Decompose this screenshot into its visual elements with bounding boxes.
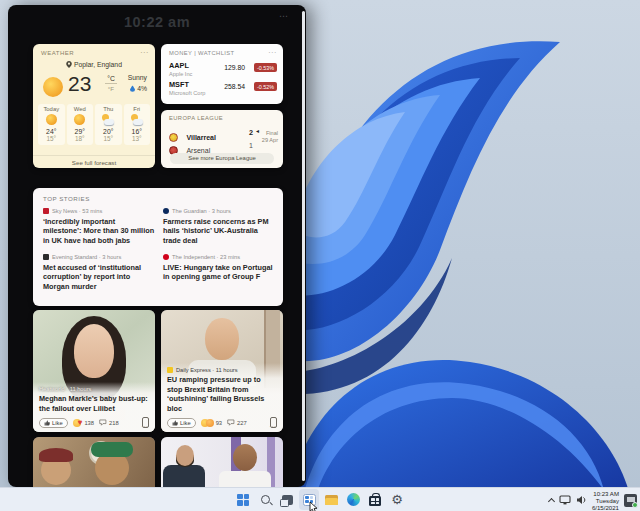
location-pin-icon bbox=[66, 61, 72, 68]
celsius-label[interactable]: °C bbox=[105, 75, 117, 83]
score-column: 2 1 bbox=[239, 128, 253, 149]
sky-news-icon bbox=[43, 208, 49, 214]
guardian-icon bbox=[163, 208, 169, 214]
news-card[interactable]: Daily Express · 11 hours EU ramping pres… bbox=[161, 310, 283, 432]
news-photo bbox=[33, 437, 155, 487]
partly-cloudy-icon bbox=[131, 114, 143, 126]
partly-cloudy-icon bbox=[102, 114, 114, 126]
evening-standard-icon bbox=[43, 254, 49, 260]
edge-browser-icon bbox=[347, 493, 360, 506]
gear-icon: ⚙ bbox=[391, 493, 403, 506]
comment-icon bbox=[99, 419, 107, 426]
system-tray: 10:23 AM Tuesday 6/15/2021 bbox=[549, 488, 637, 511]
engagement-bar: Like 93 227 bbox=[167, 416, 277, 429]
europa-league-widget[interactable]: EUROPA LEAGUE Villarreal Arsenal 2 1 ◄ F… bbox=[161, 110, 283, 168]
forecast-day[interactable]: Today 24° 15° bbox=[38, 104, 65, 145]
comments-count[interactable]: 227 bbox=[227, 419, 247, 426]
task-view-button[interactable] bbox=[277, 489, 297, 510]
news-headline[interactable]: EU ramping pressure up to stop Brexit Br… bbox=[167, 375, 277, 413]
sunny-icon bbox=[45, 114, 57, 126]
story-item[interactable]: Sky News · 53 mins ‘Incredibly important… bbox=[43, 208, 155, 245]
news-source: Heatworld · 11 hours bbox=[39, 386, 149, 392]
news-card[interactable]: Heatworld · 11 hours Meghan Markle’s bab… bbox=[33, 310, 155, 432]
see-full-forecast-link[interactable]: See full forecast bbox=[33, 155, 155, 168]
weather-location: Poplar, England bbox=[33, 61, 155, 68]
mouse-cursor bbox=[309, 501, 318, 511]
team-row: Arsenal bbox=[169, 139, 210, 151]
story-item[interactable]: The Guardian · 3 hours Farmers raise con… bbox=[163, 208, 275, 245]
file-explorer-button[interactable] bbox=[321, 489, 341, 510]
precipitation: 4% bbox=[130, 85, 147, 92]
panel-more-icon[interactable]: ⋯ bbox=[279, 11, 288, 21]
europa-title: EUROPA LEAGUE bbox=[169, 115, 223, 121]
daily-express-icon bbox=[167, 367, 173, 373]
fahrenheit-label[interactable]: °F bbox=[105, 83, 117, 92]
news-photo bbox=[161, 437, 283, 487]
card-more-icon[interactable]: ⋯ bbox=[141, 423, 148, 431]
stock-row[interactable]: MSFT Microsoft Corp 258.54 -0.52% bbox=[169, 80, 277, 96]
tray-day: Tuesday bbox=[592, 497, 619, 504]
stock-row[interactable]: AAPL Apple Inc 129.80 -0.53% bbox=[169, 61, 277, 77]
search-button[interactable] bbox=[255, 489, 275, 510]
reactions-count[interactable]: 93 bbox=[201, 419, 222, 427]
reactions-count[interactable]: ♥ 138 bbox=[73, 419, 94, 427]
engagement-bar: Like ♥ 138 218 bbox=[39, 416, 149, 429]
sunny-icon bbox=[74, 114, 86, 126]
story-item[interactable]: Evening Standard · 3 hours Met accused o… bbox=[43, 254, 155, 291]
like-button[interactable]: Like bbox=[167, 418, 196, 428]
forecast-grid: Today 24° 15° Wed 29° 18° Thu 20° 15° Fr… bbox=[38, 104, 150, 145]
news-card-partial[interactable] bbox=[33, 437, 155, 487]
tray-time: 10:23 AM bbox=[592, 490, 619, 497]
weather-condition: Sunny bbox=[128, 74, 147, 81]
comment-icon bbox=[227, 419, 235, 426]
panel-scrollbar[interactable] bbox=[302, 11, 305, 481]
money-title: MONEY | WATCHLIST bbox=[169, 50, 235, 56]
story-item[interactable]: The Independent · 23 mins LIVE: Hungary … bbox=[163, 254, 275, 282]
tray-chevron-up-icon[interactable] bbox=[548, 497, 555, 504]
forecast-day[interactable]: Fri 16° 13° bbox=[124, 104, 151, 145]
unit-toggle[interactable]: °C °F bbox=[105, 75, 117, 92]
edge-button[interactable] bbox=[343, 489, 363, 510]
tray-notification-icon[interactable] bbox=[624, 494, 637, 507]
card-more-icon[interactable]: ⋯ bbox=[269, 423, 276, 431]
volume-icon[interactable] bbox=[576, 495, 587, 505]
taskbar-center-icons: ⚙ bbox=[233, 489, 407, 510]
match-status: Final 29 Apr bbox=[262, 130, 278, 144]
panel-clock: 10:22 am bbox=[8, 14, 306, 30]
tray-clock[interactable]: 10:23 AM Tuesday 6/15/2021 bbox=[592, 490, 619, 511]
heart-emoji-icon: ♥ bbox=[78, 419, 83, 427]
news-card-overlay: Heatworld · 11 hours Meghan Markle’s bab… bbox=[33, 382, 155, 432]
news-card-partial[interactable] bbox=[161, 437, 283, 487]
current-temperature: 23 bbox=[68, 72, 91, 96]
sun-icon bbox=[43, 77, 63, 97]
store-button[interactable] bbox=[365, 489, 385, 510]
settings-button[interactable]: ⚙ bbox=[387, 489, 407, 510]
thumbs-up-icon bbox=[44, 420, 50, 426]
news-headline[interactable]: Meghan Markle’s baby bust-up: the fallou… bbox=[39, 394, 149, 413]
thumbs-up-icon bbox=[172, 420, 178, 426]
stock-change-badge: -0.52% bbox=[254, 82, 277, 91]
widgets-panel: 10:22 am ⋯ WEATHER ⋯ Poplar, England 23 … bbox=[8, 5, 306, 487]
money-more-icon[interactable]: ⋯ bbox=[268, 48, 276, 57]
task-view-icon bbox=[282, 495, 293, 505]
money-watchlist-widget[interactable]: MONEY | WATCHLIST ⋯ AAPL Apple Inc 129.8… bbox=[161, 44, 283, 104]
weather-widget[interactable]: WEATHER ⋯ Poplar, England 23 °C °F Sunny… bbox=[33, 44, 155, 168]
team-row: Villarreal bbox=[169, 126, 216, 138]
forecast-day[interactable]: Wed 29° 18° bbox=[67, 104, 94, 145]
stock-price: 258.54 bbox=[224, 83, 245, 90]
forecast-day[interactable]: Thu 20° 15° bbox=[95, 104, 122, 145]
stock-change-badge: -0.53% bbox=[254, 63, 277, 72]
top-stories-widget: TOP STORIES Sky News · 53 mins ‘Incredib… bbox=[33, 188, 283, 306]
like-button[interactable]: Like bbox=[39, 418, 68, 428]
start-button[interactable] bbox=[233, 489, 253, 510]
weather-more-icon[interactable]: ⋯ bbox=[140, 48, 148, 57]
search-icon bbox=[261, 495, 270, 504]
comments-count[interactable]: 218 bbox=[99, 419, 119, 426]
weather-title: WEATHER bbox=[41, 50, 74, 56]
see-more-europa-button[interactable]: See more Europa League bbox=[170, 153, 274, 164]
tray-date: 6/15/2021 bbox=[592, 504, 619, 511]
network-icon[interactable] bbox=[559, 495, 571, 505]
taskbar: ⚙ 10:23 AM Tuesday 6/15/2021 bbox=[0, 487, 640, 511]
widgets-button[interactable] bbox=[299, 489, 319, 510]
top-stories-title: TOP STORIES bbox=[43, 195, 90, 202]
